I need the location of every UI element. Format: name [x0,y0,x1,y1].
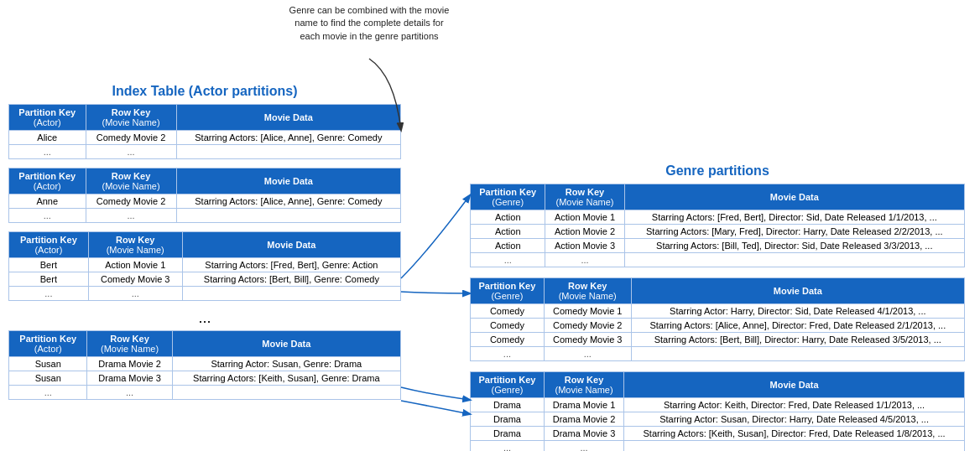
table-row-ellipsis: ... ... [9,386,401,400]
row-key: Comedy Movie 2 [86,194,176,209]
row-key: Comedy Movie 1 [544,304,631,319]
action-table-wrapper: Partition Key(Genre) Row Key(Movie Name)… [470,184,965,267]
genre-col1-header: Partition Key(Genre) [471,278,545,304]
row-key: Comedy Movie 3 [544,333,631,347]
movie-data: Starring Actors: [Fred, Bert], Genre: Ac… [182,258,400,272]
partition-key: Drama [471,398,545,412]
row-key: Action Movie 3 [545,239,624,253]
table-row-ellipsis: ... ... [9,145,401,159]
row-key: Action Movie 1 [88,258,182,272]
row-key: Action Movie 2 [545,225,624,239]
table-row-ellipsis: ... ... [471,347,965,361]
movie-data: Starring Actors: [Alice, Anne], Genre: C… [176,194,400,209]
table-row: Susan Drama Movie 2 Starring Actor: Susa… [9,357,401,371]
movie-data: Starring Actors: [Alice, Anne], Director… [631,319,964,333]
left-section: Index Table (Actor partitions) Partition… [8,84,401,408]
annotation-box: Genre can be combined with the movie nam… [285,4,453,43]
table-row: Bert Comedy Movie 3 Starring Actors: [Be… [9,272,401,287]
row-key: Drama Movie 3 [544,427,623,441]
movie-data: Starring Actors: [Bill, Ted], Director: … [624,239,964,253]
movie-data: Starring Actors: [Bert, Bill], Director:… [631,333,964,347]
row-key: Comedy Movie 2 [86,131,176,145]
alice-table-wrapper: Partition Key(Actor) Row Key(Movie Name)… [8,104,401,159]
row-key: Drama Movie 2 [544,412,623,427]
movie-data: Starring Actors: [Fred, Bert], Director:… [624,210,964,225]
bert-table-wrapper: Partition Key(Actor) Row Key(Movie Name)… [8,231,401,301]
anne-table: Partition Key(Actor) Row Key(Movie Name)… [8,168,401,223]
table-row-ellipsis: ... ... [471,441,965,452]
genre-col2-header: Row Key(Movie Name) [544,372,623,398]
partition-key: Bert [9,272,89,287]
table-row: Comedy Comedy Movie 3 Starring Actors: [… [471,333,965,347]
genre-col3-header: Movie Data [624,372,965,398]
actor-col2-header: Row Key(Movie Name) [86,168,176,194]
partition-key: Susan [9,371,87,386]
action-genre-table: Partition Key(Genre) Row Key(Movie Name)… [470,184,965,267]
partition-key: Alice [9,131,86,145]
right-section-title: Genre partitions [470,163,965,179]
partition-key: Bert [9,258,89,272]
movie-data: Starring Actor: Harry, Director: Sid, Da… [631,304,964,319]
movie-data: Starring Actor: Keith, Director: Fred, D… [624,398,965,412]
anne-table-wrapper: Partition Key(Actor) Row Key(Movie Name)… [8,168,401,223]
movie-data: Starring Actors: [Mary, Fred], Director:… [624,225,964,239]
partition-key: Action [471,210,545,225]
partition-key: Action [471,225,545,239]
comedy-genre-table: Partition Key(Genre) Row Key(Movie Name)… [470,277,965,361]
table-row: Bert Action Movie 1 Starring Actors: [Fr… [9,258,401,272]
table-row-ellipsis: ... ... [9,287,401,301]
movie-data: Starring Actors: [Bert, Bill], Genre: Co… [182,272,400,287]
drama-genre-table: Partition Key(Genre) Row Key(Movie Name)… [470,371,965,451]
genre-col3-header: Movie Data [624,184,964,210]
table-row-ellipsis: ... ... [9,209,401,223]
partition-key: Anne [9,194,86,209]
genre-col2-header: Row Key(Movie Name) [545,184,624,210]
alice-table: Partition Key(Actor) Row Key(Movie Name)… [8,104,401,159]
right-section: Genre partitions Partition Key(Genre) Ro… [470,163,965,451]
actor-col3-header: Movie Data [182,232,400,258]
actor-col3-header: Movie Data [176,168,400,194]
movie-data: Starring Actors: [Keith, Susan], Genre: … [172,371,400,386]
susan-table-wrapper: Partition Key(Actor) Row Key(Movie Name)… [8,330,401,400]
susan-table: Partition Key(Actor) Row Key(Movie Name)… [8,330,401,400]
table-row: Comedy Comedy Movie 1 Starring Actor: Ha… [471,304,965,319]
actor-col1-header: Partition Key(Actor) [9,105,86,131]
actor-col2-header: Row Key(Movie Name) [88,232,182,258]
actor-col3-header: Movie Data [172,331,400,357]
table-row: Comedy Comedy Movie 2 Starring Actors: [… [471,319,965,333]
actor-col1-header: Partition Key(Actor) [9,331,87,357]
genre-col1-header: Partition Key(Genre) [471,372,545,398]
row-key: Action Movie 1 [545,210,624,225]
row-key: Drama Movie 2 [87,357,172,371]
partition-key: Susan [9,357,87,371]
actor-col2-header: Row Key(Movie Name) [87,331,172,357]
partition-key: Comedy [471,304,545,319]
row-key: Comedy Movie 2 [544,319,631,333]
drama-table-wrapper: Partition Key(Genre) Row Key(Movie Name)… [470,371,965,451]
ellipsis-dots: ... [8,309,401,327]
comedy-table-wrapper: Partition Key(Genre) Row Key(Movie Name)… [470,277,965,361]
movie-data: Starring Actor: Susan, Genre: Drama [172,357,400,371]
table-row: Alice Comedy Movie 2 Starring Actors: [A… [9,131,401,145]
genre-col3-header: Movie Data [631,278,964,304]
annotation-text: Genre can be combined with the movie nam… [289,5,450,41]
table-row: Action Action Movie 1 Starring Actors: [… [471,210,965,225]
genre-col1-header: Partition Key(Genre) [471,184,545,210]
actor-col3-header: Movie Data [176,105,400,131]
row-key: Drama Movie 1 [544,398,623,412]
genre-col2-header: Row Key(Movie Name) [544,278,631,304]
table-row: Susan Drama Movie 3 Starring Actors: [Ke… [9,371,401,386]
table-row: Drama Drama Movie 2 Starring Actor: Susa… [471,412,965,427]
partition-key: Comedy [471,319,545,333]
movie-data: Starring Actors: [Keith, Susan], Directo… [624,427,965,441]
movie-data: Starring Actor: Susan, Director: Harry, … [624,412,965,427]
table-row: Drama Drama Movie 1 Starring Actor: Keit… [471,398,965,412]
table-row: Action Action Movie 3 Starring Actors: [… [471,239,965,253]
partition-key: Drama [471,427,545,441]
partition-key: Drama [471,412,545,427]
movie-data: Starring Actors: [Alice, Anne], Genre: C… [176,131,400,145]
partition-key: Comedy [471,333,545,347]
left-section-title: Index Table (Actor partitions) [8,84,401,99]
actor-col1-header: Partition Key(Actor) [9,232,89,258]
table-row: Action Action Movie 2 Starring Actors: [… [471,225,965,239]
